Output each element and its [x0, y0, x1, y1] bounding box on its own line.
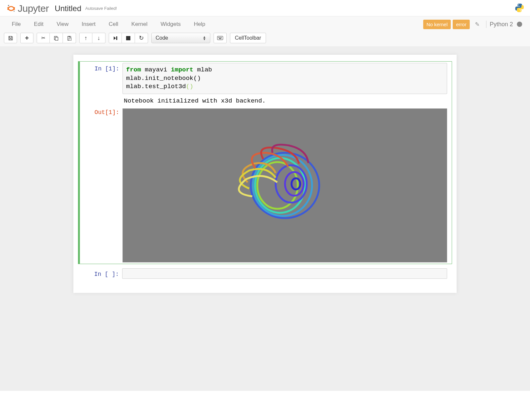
code-cell[interactable]: In [ ]: [78, 267, 452, 280]
header: Jupyter Untitled Autosave Failed! [0, 0, 530, 16]
notebook-background: In [1]: from mayavi import mlab mlab.ini… [0, 47, 530, 391]
cell-type-value: Code [156, 35, 168, 41]
copy-button[interactable] [50, 33, 63, 43]
add-cell-button[interactable]: + [20, 33, 33, 43]
cell-toolbar-button[interactable]: CellToolbar [230, 33, 266, 43]
autosave-status: Autosave Failed! [85, 6, 117, 11]
menu-edit[interactable]: Edit [27, 18, 50, 31]
add-icon: + [25, 34, 29, 42]
menubar-container: File Edit View Insert Cell Kernel Widget… [0, 16, 530, 47]
code-editor[interactable]: from mayavi import mlab mlab.init_notebo… [123, 63, 447, 94]
svg-rect-9 [218, 36, 223, 40]
svg-rect-12 [220, 37, 221, 38]
arrow-down-icon: ↓ [97, 35, 100, 42]
toolbar: + ✂ ↑ ↓ [0, 31, 530, 47]
refresh-icon: ↻ [139, 34, 144, 42]
jupyter-icon [7, 4, 16, 13]
kernel-name[interactable]: Python 2 [490, 21, 513, 28]
restart-button[interactable]: ↻ [135, 33, 148, 43]
menu-file[interactable]: File [5, 18, 27, 31]
menubar-right: No kernel error ✎ Python 2 [423, 20, 525, 29]
prompt-area: In [ ]: [80, 268, 122, 279]
code-editor[interactable] [122, 268, 447, 279]
command-palette-button[interactable] [214, 33, 227, 43]
python-icon [514, 9, 525, 14]
menubar: File Edit View Insert Cell Kernel Widget… [0, 16, 530, 31]
cut-icon: ✂ [41, 35, 46, 41]
svg-rect-7 [69, 36, 70, 37]
menu-kernel[interactable]: Kernel [125, 18, 154, 31]
paste-icon [67, 36, 72, 41]
svg-rect-5 [55, 37, 58, 40]
error-badge: error [453, 20, 470, 29]
document-title[interactable]: Untitled [55, 4, 81, 13]
svg-rect-14 [219, 38, 221, 39]
run-button[interactable] [109, 33, 122, 43]
prompt-area: In [1]: [80, 63, 123, 94]
header-right [514, 3, 525, 14]
save-button[interactable] [4, 33, 17, 43]
svg-point-0 [8, 5, 9, 6]
divider [486, 21, 486, 28]
save-icon [8, 36, 13, 41]
output-prompt-area: Out[1]: [80, 106, 123, 262]
svg-point-1 [13, 10, 14, 11]
svg-point-2 [518, 5, 519, 6]
stop-icon [126, 36, 130, 40]
menu-insert[interactable]: Insert [75, 18, 102, 31]
move-down-button[interactable]: ↓ [92, 33, 105, 43]
notebook: In [1]: from mayavi import mlab mlab.ini… [73, 55, 457, 293]
keyboard-icon [217, 36, 223, 40]
step-forward-icon [113, 36, 118, 40]
input-prompt: In [1]: [94, 66, 119, 72]
move-up-button[interactable]: ↑ [79, 33, 92, 43]
pencil-icon[interactable]: ✎ [472, 21, 483, 28]
kernel-indicator-icon [517, 22, 522, 27]
arrow-up-icon: ↑ [85, 35, 87, 42]
no-kernel-badge: No kernel [423, 20, 451, 29]
svg-rect-10 [218, 37, 219, 38]
jupyter-logo[interactable]: Jupyter [7, 3, 49, 14]
stdout-output: Notebook initialized with x3d backend. [123, 94, 447, 106]
menu-widgets[interactable]: Widgets [154, 18, 187, 31]
copy-icon [54, 36, 59, 41]
svg-rect-8 [69, 38, 71, 40]
menu-help[interactable]: Help [187, 18, 212, 31]
paste-button[interactable] [63, 33, 76, 43]
svg-point-21 [291, 178, 300, 189]
x3d-output[interactable] [123, 108, 447, 262]
chevron-updown-icon: ▲▼ [203, 36, 206, 40]
cell-toolbar-label: CellToolbar [235, 35, 261, 41]
menu-view[interactable]: View [50, 18, 75, 31]
output-prompt: Out[1]: [94, 109, 119, 116]
cell-type-select[interactable]: Code ▲▼ [151, 33, 210, 43]
svg-rect-13 [221, 37, 222, 38]
stop-button[interactable] [122, 33, 135, 43]
plot3d-visual [223, 133, 347, 238]
jupyter-wordmark: Jupyter [18, 3, 49, 14]
cut-button[interactable]: ✂ [37, 33, 50, 43]
svg-point-3 [520, 10, 521, 11]
code-cell[interactable]: In [1]: from mayavi import mlab mlab.ini… [78, 61, 452, 264]
input-prompt: In [ ]: [94, 271, 119, 277]
svg-rect-11 [219, 37, 220, 38]
menu-cell[interactable]: Cell [102, 18, 125, 31]
